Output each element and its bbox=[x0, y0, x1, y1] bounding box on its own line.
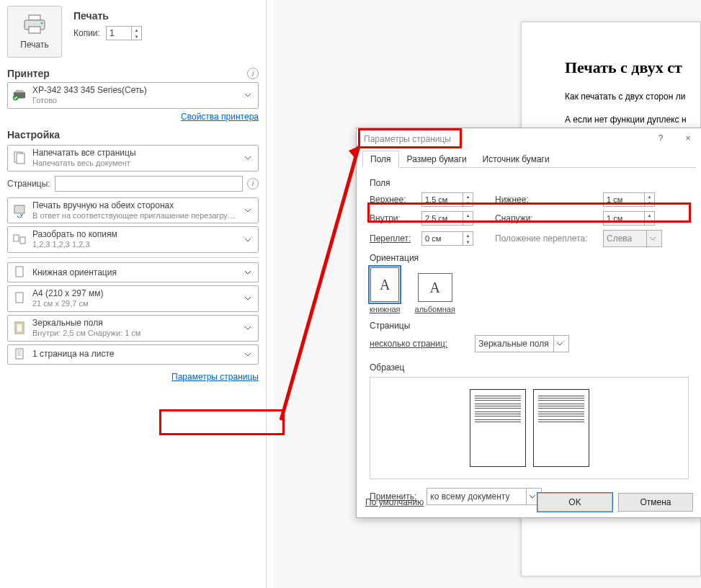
margin-inside-spinner[interactable]: 2,5 см▲▼ bbox=[421, 211, 473, 226]
printer-name: XP-342 343 345 Series(Сеть) bbox=[32, 85, 236, 96]
settings-heading: Настройка bbox=[7, 129, 259, 141]
margins-title: Зеркальные поля bbox=[32, 318, 236, 329]
sample-group-label: Образец bbox=[370, 362, 689, 373]
margin-gutter-spinner[interactable]: 0 см▲▼ bbox=[421, 231, 473, 246]
gutter-pos-label: Положение переплета: bbox=[495, 233, 603, 244]
print-range-title: Напечатать все страницы bbox=[32, 148, 236, 159]
svg-point-6 bbox=[13, 95, 18, 100]
preview-paragraph: Как печатать с двух сторон ли bbox=[565, 92, 690, 102]
preview-paragraph: А если нет функции дуплекс н bbox=[565, 115, 690, 125]
cancel-button[interactable]: Отмена bbox=[618, 493, 693, 512]
pages-per-sheet-dropdown[interactable]: 1 страница на листе bbox=[7, 344, 259, 365]
orientation-title: Книжная ориентация bbox=[32, 267, 236, 278]
sample-page bbox=[470, 389, 526, 467]
print-heading: Печать bbox=[73, 10, 259, 22]
chevron-down-icon bbox=[242, 208, 254, 213]
margin-top-label: Верхнее: bbox=[370, 195, 421, 205]
spinner-up-icon[interactable]: ▲ bbox=[131, 27, 141, 33]
margins-dropdown[interactable]: Зеркальные поля Внутри: 2,5 см Снаружи: … bbox=[7, 315, 259, 342]
duplex-sub: В ответ на соответствующее приглашение п… bbox=[32, 211, 236, 221]
chevron-down-icon bbox=[242, 325, 254, 331]
help-button[interactable]: ? bbox=[647, 128, 674, 148]
close-button[interactable]: × bbox=[674, 128, 701, 148]
chevron-down-icon bbox=[242, 270, 254, 275]
duplex-dropdown[interactable]: Печать вручную на обеих сторонах В ответ… bbox=[7, 197, 259, 224]
svg-rect-13 bbox=[16, 293, 23, 303]
paper-sub: 21 см x 29,7 см bbox=[32, 299, 236, 309]
multi-pages-select[interactable]: Зеркальные поля bbox=[475, 335, 569, 352]
chevron-down-icon bbox=[242, 352, 254, 357]
printer-properties-link[interactable]: Свойства принтера bbox=[181, 112, 259, 122]
collate-sub: 1,2,3 1,2,3 1,2,3 bbox=[32, 240, 236, 250]
portrait-icon bbox=[12, 265, 27, 280]
portrait-glyph: A bbox=[370, 267, 399, 302]
chevron-down-icon bbox=[242, 155, 254, 161]
svg-rect-11 bbox=[20, 237, 25, 244]
print-range-dropdown[interactable]: Напечатать все страницы Напечатать весь … bbox=[7, 145, 259, 172]
pages-input[interactable] bbox=[55, 176, 243, 192]
tab-margins[interactable]: Поля bbox=[362, 151, 399, 168]
multi-pages-label: несколько страниц: bbox=[370, 339, 470, 349]
paper-size-dropdown[interactable]: A4 (210 x 297 мм) 21 см x 29,7 см bbox=[7, 285, 259, 312]
default-button[interactable]: По умолчанию bbox=[365, 497, 424, 507]
duplex-title: Печать вручную на обеих сторонах bbox=[32, 200, 236, 211]
pages-group-label: Страницы bbox=[370, 321, 689, 331]
paper-title: A4 (210 x 297 мм) bbox=[32, 288, 236, 299]
print-button[interactable]: Печать bbox=[7, 6, 62, 58]
chevron-down-icon bbox=[242, 295, 254, 301]
orientation-landscape[interactable]: A альбомная bbox=[415, 273, 455, 313]
info-icon[interactable]: i bbox=[247, 178, 259, 190]
page-setup-link[interactable]: Параметры страницы bbox=[171, 372, 259, 382]
orientation-dropdown[interactable]: Книжная ориентация bbox=[7, 262, 259, 282]
collate-title: Разобрать по копиям bbox=[32, 229, 236, 240]
gutter-pos-select: Слева bbox=[603, 230, 662, 247]
svg-rect-16 bbox=[16, 349, 23, 359]
dialog-title: Параметры страницы bbox=[364, 134, 451, 144]
single-page-icon bbox=[12, 347, 27, 362]
printer-heading: Принтер bbox=[7, 68, 50, 79]
info-icon[interactable]: i bbox=[247, 68, 259, 79]
print-panel: Печать Печать Копии: 1 ▲▼ Принтер i XP-3… bbox=[0, 0, 267, 588]
dialog-titlebar[interactable]: Параметры страницы ? × bbox=[357, 128, 701, 150]
margin-bottom-spinner[interactable]: 1 см▲▼ bbox=[603, 192, 655, 207]
page-setup-dialog: Параметры страницы ? × Поля Размер бумаг… bbox=[356, 128, 701, 518]
paper-icon bbox=[12, 291, 27, 306]
svg-rect-10 bbox=[14, 235, 19, 241]
margin-bottom-label: Нижнее: bbox=[495, 195, 603, 205]
margin-outside-label: Снаружи: bbox=[495, 213, 603, 223]
collate-icon bbox=[12, 233, 27, 247]
svg-point-3 bbox=[41, 22, 43, 24]
printer-icon bbox=[22, 14, 47, 37]
pages-icon bbox=[12, 151, 27, 165]
svg-rect-9 bbox=[14, 205, 24, 213]
margin-inside-label: Внутри: bbox=[370, 213, 421, 223]
printer-small-icon bbox=[12, 88, 27, 102]
chevron-down-icon bbox=[242, 237, 254, 243]
svg-rect-8 bbox=[17, 153, 24, 164]
margins-sub: Внутри: 2,5 см Снаружи: 1 см bbox=[32, 329, 236, 339]
collate-dropdown[interactable]: Разобрать по копиям 1,2,3 1,2,3 1,2,3 bbox=[7, 226, 259, 253]
spinner-down-icon[interactable]: ▼ bbox=[131, 33, 141, 40]
printer-dropdown[interactable]: XP-342 343 345 Series(Сеть) Готово bbox=[7, 82, 259, 109]
preview-title: Печать с двух ст bbox=[565, 58, 690, 77]
sample-box bbox=[370, 377, 689, 479]
orientation-group-label: Ориентация bbox=[370, 253, 689, 263]
margin-outside-spinner[interactable]: 1 см▲▼ bbox=[603, 211, 655, 226]
copies-value: 1 bbox=[110, 28, 115, 38]
chevron-down-icon bbox=[242, 92, 254, 98]
svg-rect-12 bbox=[16, 267, 23, 277]
copies-spinner[interactable]: 1 ▲▼ bbox=[106, 26, 142, 40]
copies-label: Копии: bbox=[73, 28, 100, 38]
orientation-portrait[interactable]: A книжная bbox=[370, 267, 401, 313]
ok-button[interactable]: OK bbox=[537, 493, 612, 512]
duplex-icon bbox=[12, 203, 27, 218]
svg-rect-0 bbox=[29, 15, 40, 20]
tab-paper-source[interactable]: Источник бумаги bbox=[475, 151, 558, 168]
margin-top-spinner[interactable]: 1,5 см▲▼ bbox=[421, 192, 473, 207]
sample-page bbox=[533, 389, 589, 467]
pages-per-sheet-title: 1 страница на листе bbox=[32, 349, 236, 360]
margin-gutter-label: Переплет: bbox=[370, 233, 421, 244]
print-button-label: Печать bbox=[20, 40, 48, 50]
margins-icon bbox=[12, 321, 27, 335]
tab-paper-size[interactable]: Размер бумаги bbox=[399, 151, 475, 168]
